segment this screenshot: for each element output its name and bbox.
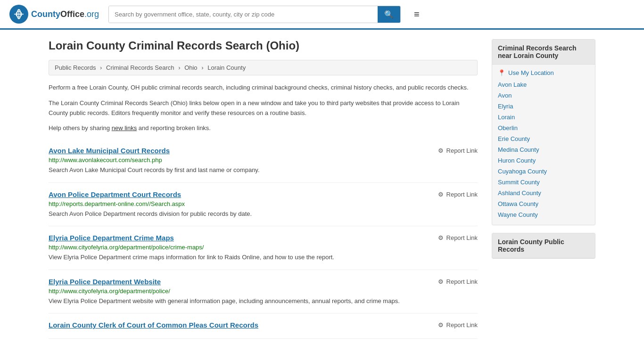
description-3: Help others by sharing new links and rep… [49,123,478,133]
record-desc-3: View Elyria Police Department website wi… [49,296,478,306]
record-title-2[interactable]: Elyria Police Department Crime Maps [49,234,174,242]
record-item-3: Elyria Police Department Website ⚙ Repor… [49,270,478,314]
report-link-button-4[interactable]: ⚙ Report Link [438,321,478,329]
breadcrumb-public-records[interactable]: Public Records [55,64,96,71]
sidebar-item-ashland-county[interactable]: Ashland County [498,188,589,198]
logo-text: CountyOffice.org [31,9,99,19]
record-title-4[interactable]: Lorain County Clerk of Court of Common P… [49,321,258,329]
sidebar-item-erie-county[interactable]: Erie County [498,133,589,144]
record-item-0: Avon Lake Municipal Court Records ⚙ Repo… [49,139,478,183]
record-title-1[interactable]: Avon Police Department Court Records [49,190,181,198]
page-title: Lorain County Criminal Records Search (O… [49,39,478,52]
search-input[interactable] [109,6,378,23]
breadcrumb-criminal-records-search[interactable]: Criminal Records Search [106,64,174,71]
sidebar-item-medina-county[interactable]: Medina County [498,144,589,155]
header: CountyOffice.org 🔍 ≡ [0,0,644,30]
report-link-button-3[interactable]: ⚙ Report Link [438,278,478,285]
description-3-pre: Help others by sharing [49,124,112,132]
sidebar-box-nearby: Criminal Records Search near Lorain Coun… [492,39,595,225]
content-area: Lorain County Criminal Records Search (O… [49,39,478,339]
description-3-post: and reporting broken links. [137,124,211,132]
sidebar-item-huron-county[interactable]: Huron County [498,155,589,166]
record-item-1: Avon Police Department Court Records ⚙ R… [49,183,478,227]
report-link-button-0[interactable]: ⚙ Report Link [438,147,478,154]
sidebar-item-summit-county[interactable]: Summit County [498,177,589,188]
menu-button[interactable]: ≡ [410,7,423,22]
sidebar-item-oberlin[interactable]: Oberlin [498,123,589,133]
report-icon-2: ⚙ [438,234,444,241]
report-icon-1: ⚙ [438,191,444,198]
report-icon-0: ⚙ [438,147,444,154]
record-item-2: Elyria Police Department Crime Maps ⚙ Re… [49,226,478,270]
location-pin-icon: 📍 [498,69,505,76]
report-link-button-2[interactable]: ⚙ Report Link [438,234,478,241]
record-url-1[interactable]: http://reports.department-online.com//Se… [49,200,478,207]
record-desc-2: View Elyria Police Department crime maps… [49,253,478,262]
sidebar-box-public-records: Lorain County Public Records [492,233,595,259]
hamburger-icon: ≡ [414,9,420,19]
record-title-0[interactable]: Avon Lake Municipal Court Records [49,147,170,155]
search-button[interactable]: 🔍 [378,6,400,23]
description-1: Perform a free Lorain County, OH public … [49,83,478,93]
record-url-2[interactable]: http://www.cityofelyria.org/department/p… [49,244,478,251]
sidebar: Criminal Records Search near Lorain Coun… [492,39,595,339]
sidebar-item-wayne-county[interactable]: Wayne County [498,209,589,220]
record-item-4: Lorain County Clerk of Court of Common P… [49,313,478,339]
search-icon: 🔍 [384,10,394,18]
logo-icon [9,5,28,24]
breadcrumb: Public Records › Criminal Records Search… [49,60,478,75]
use-location[interactable]: 📍 Use My Location [498,69,589,76]
sidebar-box-nearby-title: Criminal Records Search near Lorain Coun… [492,40,595,65]
sidebar-item-lorain[interactable]: Lorain [498,112,589,123]
sidebar-item-avon-lake[interactable]: Avon Lake [498,79,589,90]
record-desc-1: Search Avon Police Department records di… [49,209,478,219]
sidebar-box-nearby-content: 📍 Use My Location Avon Lake Avon Elyria … [492,65,595,225]
sidebar-item-cuyahoga-county[interactable]: Cuyahoga County [498,166,589,177]
use-location-label: Use My Location [508,69,554,76]
record-desc-0: Search Avon Lake Municipal Court records… [49,165,478,175]
record-url-3[interactable]: http://www.cityofelyria.org/department/p… [49,288,478,295]
sidebar-item-avon[interactable]: Avon [498,90,589,101]
record-title-3[interactable]: Elyria Police Department Website [49,278,161,286]
sidebar-box-public-records-title: Lorain County Public Records [492,233,595,258]
new-links-link[interactable]: new links [112,124,137,132]
sidebar-item-elyria[interactable]: Elyria [498,101,589,112]
breadcrumb-lorain-county[interactable]: Lorain County [207,64,246,71]
main-container: Lorain County Criminal Records Search (O… [39,30,605,348]
description-2: The Lorain County Criminal Records Searc… [49,99,478,118]
search-bar: 🔍 [108,6,401,23]
records-list: Avon Lake Municipal Court Records ⚙ Repo… [49,139,478,339]
sidebar-item-ottawa-county[interactable]: Ottawa County [498,198,589,209]
logo[interactable]: CountyOffice.org [9,5,99,24]
breadcrumb-ohio[interactable]: Ohio [184,64,197,71]
report-icon-3: ⚙ [438,278,444,285]
record-url-0[interactable]: http://www.avonlakecourt.com/search.php [49,156,478,164]
report-icon-4: ⚙ [438,321,444,329]
report-link-button-1[interactable]: ⚙ Report Link [438,191,478,198]
